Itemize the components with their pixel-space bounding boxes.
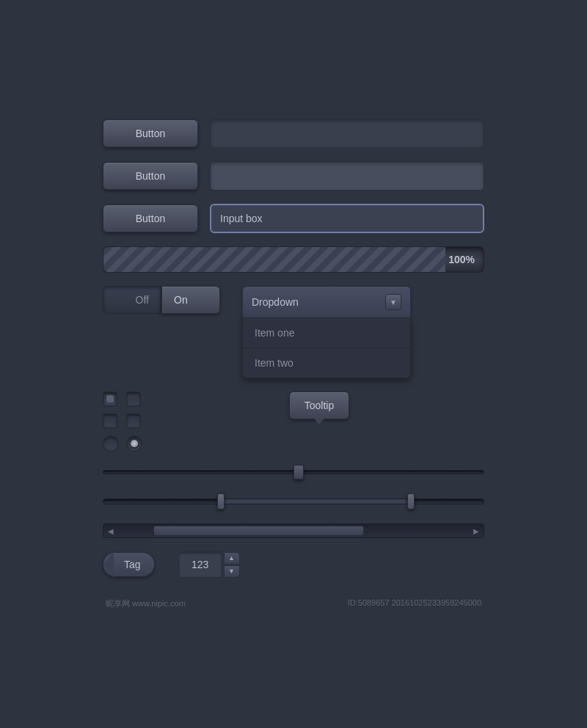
credit-left: 昵享网 www.nipic.com [106, 598, 186, 609]
range-slider-track [103, 499, 484, 504]
dropdown-item-1[interactable]: Item one [243, 318, 410, 348]
checkbox-1[interactable] [103, 391, 117, 406]
spinner-wrapper: 123 ▲ ▼ [178, 551, 240, 578]
scrollbar-right-arrow[interactable]: ▶ [469, 523, 484, 538]
scrollbar-track[interactable] [118, 524, 469, 537]
ui-kit-container: Button Button Button Input box 100% Off … [88, 97, 499, 631]
dropdown-menu: Item one Item two [242, 318, 411, 378]
radio-group [103, 435, 142, 452]
credit-bar: 昵享网 www.nipic.com ID:5089657 20161025233… [103, 598, 484, 609]
range-slider-row [103, 493, 484, 510]
range-thumb-left[interactable] [217, 493, 225, 510]
toggle-dropdown-row: Off On Dropdown ▼ Item one Item two [103, 286, 484, 378]
spinner-group: 123 ▲ ▼ [178, 551, 240, 578]
row-2: Button [103, 161, 484, 191]
toggle-off-label: Off [136, 294, 149, 306]
spinner-input[interactable]: 123 [178, 551, 222, 578]
single-slider-thumb[interactable] [294, 465, 304, 479]
scrollbar-left-arrow[interactable]: ◀ [103, 523, 118, 538]
scrollbar: ◀ ▶ [103, 523, 484, 538]
checkbox-radio-group [103, 391, 142, 452]
input-active-text: Input box [220, 213, 263, 224]
dropdown-wrapper: Dropdown ▼ Item one Item two [242, 286, 411, 378]
input-display-1 [210, 119, 484, 148]
range-fill [217, 499, 407, 504]
dropdown-item-2[interactable]: Item two [243, 348, 410, 378]
range-thumb-right[interactable] [407, 493, 415, 510]
toggle-on[interactable]: On [161, 286, 220, 314]
dropdown-label: Dropdown [252, 296, 299, 308]
tooltip-button[interactable]: Tooltip [289, 391, 349, 419]
tooltip-area: Tooltip [154, 391, 484, 419]
spinner-down[interactable]: ▼ [224, 565, 240, 578]
button-2[interactable]: Button [103, 162, 198, 190]
input-display-2 [210, 161, 484, 191]
spinner-up[interactable]: ▲ [224, 552, 240, 565]
checkbox-2[interactable] [126, 391, 141, 406]
row-3: Button Input box [103, 204, 484, 233]
input-active[interactable]: Input box [210, 204, 484, 233]
checkbox-group [103, 391, 142, 428]
row-1: Button [103, 119, 484, 148]
tag-element[interactable]: Tag [103, 552, 155, 577]
single-slider-track [103, 470, 484, 474]
tag-spinner-row: Tag 123 ▲ ▼ [103, 551, 484, 578]
radio-2[interactable] [126, 435, 142, 452]
controls-row: Tooltip [103, 391, 484, 452]
progress-label: 100% [448, 254, 475, 265]
dropdown-header[interactable]: Dropdown ▼ [242, 286, 411, 318]
progress-row: 100% [103, 246, 484, 273]
radio-1[interactable] [103, 435, 119, 452]
button-1[interactable]: Button [103, 120, 198, 147]
button-3[interactable]: Button [103, 205, 198, 232]
tag-label: Tag [124, 559, 141, 570]
spinner-value: 123 [192, 559, 208, 570]
dropdown-arrow-icon: ▼ [385, 294, 401, 310]
toggle-off[interactable]: Off [103, 286, 161, 314]
toggle-on-label: On [174, 294, 188, 306]
progress-fill [103, 247, 445, 272]
tooltip-label: Tooltip [305, 400, 334, 411]
checkbox-3[interactable] [103, 413, 117, 428]
scrollbar-thumb[interactable] [153, 526, 364, 536]
checkbox-4[interactable] [126, 413, 141, 428]
single-slider-row [103, 465, 484, 479]
credit-right: ID:5089657 20161025233959245000 [348, 598, 481, 609]
spinner-arrows: ▲ ▼ [224, 552, 240, 578]
progress-bar: 100% [103, 246, 484, 273]
toggle-group: Off On [103, 286, 220, 314]
